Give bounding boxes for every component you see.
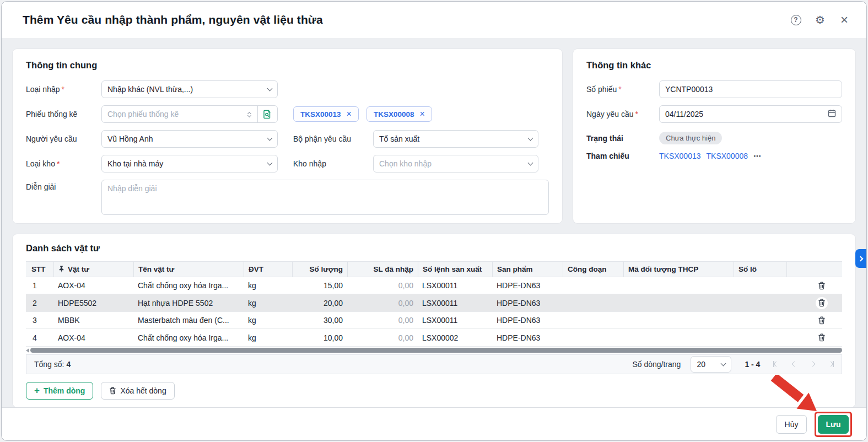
field-row-import-type: Loại nhập* Nhập khác (NVL thừa,...)	[26, 80, 549, 98]
cell-stt: 4	[26, 333, 53, 342]
description-textarea[interactable]: Nhập diễn giải	[101, 180, 549, 215]
col-stt: STT	[26, 262, 53, 277]
import-type-value: Nhập khác (NVL thừa,...)	[107, 85, 193, 94]
cell-actions	[786, 314, 842, 326]
delete-row-icon[interactable]	[816, 279, 828, 292]
cell-order: LSX00011	[418, 299, 492, 308]
reference-link-1[interactable]: TKSX00013	[659, 152, 701, 160]
gear-icon[interactable]: ⚙	[813, 13, 827, 26]
screen: Thêm Yêu cầu nhập thành phẩm, nguyên vật…	[0, 0, 868, 442]
warehouse-type-select[interactable]: Kho tại nhà máy	[101, 155, 278, 173]
col-so-luong: Số lượng	[292, 262, 347, 277]
cell-code: MBBK	[53, 316, 133, 325]
cell-product: HDPE-DN63	[492, 333, 563, 342]
required-marker: *	[57, 159, 60, 168]
stepper-icon[interactable]	[248, 111, 251, 117]
prev-page-icon[interactable]	[792, 362, 796, 366]
materials-table-header: STT Vật tư Tên vật tư ĐVT Số lượng SL đã…	[26, 261, 842, 277]
page-title: Thêm Yêu cầu nhập thành phẩm, nguyên vật…	[23, 13, 323, 26]
references-label: Tham chiếu	[586, 152, 659, 160]
description-label: Diễn giải	[26, 180, 101, 191]
lookup-document-icon[interactable]	[257, 106, 277, 122]
delete-row-icon[interactable]	[816, 297, 828, 309]
plus-icon: +	[34, 385, 40, 396]
other-info-card: Thông tin khác Số phiếu* YCNTP00013 Ngày…	[573, 49, 855, 223]
table-row[interactable]: 3 MBBK Masterbatch màu đen (C... kg 30,0…	[26, 312, 842, 330]
dialog-header: Thêm Yêu cầu nhập thành phẩm, nguyên vật…	[2, 2, 866, 38]
close-icon[interactable]: ×	[838, 13, 851, 26]
rows-per-page-select[interactable]: 20	[691, 356, 731, 373]
import-type-select[interactable]: Nhập khác (NVL thừa,...)	[101, 80, 278, 98]
field-row-status: Trạng thái Chưa thực hiện	[586, 132, 842, 144]
table-row-selected[interactable]: 2 HDPE5502 Hạt nhựa HDPE 5502 kg 20,00 0…	[26, 294, 842, 312]
chevron-down-icon	[528, 136, 533, 141]
total-count: Tổng số:4	[34, 360, 71, 369]
scrollbar-thumb[interactable]	[30, 348, 842, 353]
materials-card: Danh sách vật tư STT Vật tư Tên vật tư Đ…	[13, 234, 855, 407]
last-page-icon[interactable]	[829, 361, 834, 367]
total-value: 4	[66, 360, 71, 369]
cell-actions	[786, 332, 842, 344]
chevron-down-icon	[267, 160, 273, 166]
field-row-references: Tham chiếu TKSX00013 TKSX00008 ⋯	[586, 152, 842, 160]
request-department-select[interactable]: Tổ sản xuất	[373, 130, 538, 148]
request-date-input[interactable]: 04/11/2025	[659, 105, 842, 123]
header-icons: ? ⚙ ×	[789, 13, 851, 26]
tag-close-icon[interactable]: ×	[347, 109, 352, 119]
status-label: Trạng thái	[586, 134, 659, 143]
import-warehouse-placeholder: Chọn kho nhập	[379, 159, 432, 168]
field-row-request-date: Ngày yêu cầu* 04/11/2025	[586, 105, 842, 123]
statistic-slip-placeholder: Chọn phiếu thống kê	[107, 110, 179, 118]
warehouse-type-label: Loại kho*	[26, 159, 101, 168]
tag-close-icon[interactable]: ×	[419, 109, 424, 119]
col-ten-vat-tu: Tên vật tư	[133, 262, 244, 277]
first-page-icon[interactable]	[773, 361, 778, 367]
more-references-icon[interactable]: ⋯	[753, 152, 762, 160]
document-number-input[interactable]: YCNTP00013	[659, 80, 842, 98]
cell-stt: 2	[26, 299, 53, 308]
status-badge: Chưa thực hiện	[659, 132, 722, 144]
calendar-icon[interactable]	[828, 109, 836, 119]
add-row-button[interactable]: + Thêm dòng	[26, 382, 93, 400]
general-info-card: Thông tin chung Loại nhập* Nhập khác (NV…	[13, 49, 562, 223]
cell-name: Chất chống oxy hóa Irga...	[133, 281, 244, 290]
requester-label: Người yêu cầu	[26, 134, 101, 143]
import-type-label: Loại nhập*	[26, 85, 101, 94]
dialog-body: Thông tin chung Loại nhập* Nhập khác (NV…	[2, 38, 866, 407]
cell-product: HDPE-DN63	[492, 299, 563, 308]
import-warehouse-select[interactable]: Chọn kho nhập	[373, 155, 538, 173]
materials-title: Danh sách vật tư	[26, 243, 842, 254]
help-icon[interactable]: ?	[789, 13, 802, 26]
chevron-right-icon	[858, 256, 863, 261]
delete-row-icon[interactable]	[816, 332, 828, 344]
table-row[interactable]: 1 AOX-04 Chất chống oxy hóa Irga... kg 1…	[26, 277, 842, 295]
delete-row-icon[interactable]	[816, 314, 828, 326]
cancel-button[interactable]: Hủy	[776, 415, 807, 434]
next-page-icon[interactable]	[811, 362, 815, 366]
page-range: 1 - 4	[745, 360, 760, 369]
cell-order: LSX00011	[418, 281, 492, 290]
tag-tksx00008[interactable]: TKSX00008 ×	[366, 106, 432, 122]
requester-value: Vũ Hồng Anh	[107, 134, 153, 143]
pager-controls	[773, 361, 834, 367]
tag-label: TKSX00008	[374, 110, 414, 118]
cell-product: HDPE-DN63	[492, 281, 563, 290]
horizontal-scrollbar[interactable]	[26, 348, 842, 353]
requester-select[interactable]: Vũ Hồng Anh	[101, 130, 278, 148]
cell-name: Hạt nhựa HDPE 5502	[133, 299, 244, 308]
col-sl-da-nhap: SL đã nhập	[347, 262, 418, 277]
statistic-slip-combobox[interactable]: Chọn phiếu thống kê	[101, 105, 278, 123]
annotation-highlight-box: Lưu	[815, 412, 852, 437]
scroll-left-icon[interactable]	[26, 348, 29, 353]
tag-tksx00013[interactable]: TKSX00013 ×	[293, 106, 359, 122]
cell-order: LSX00002	[418, 333, 492, 342]
cell-received: 0,00	[347, 333, 418, 342]
save-button[interactable]: Lưu	[818, 415, 849, 434]
cell-qty: 15,00	[292, 281, 347, 290]
expand-panel-handle[interactable]	[855, 249, 866, 268]
statistic-slip-input[interactable]: Chọn phiếu thống kê	[102, 106, 257, 122]
clear-rows-button[interactable]: Xóa hết dòng	[101, 382, 174, 400]
reference-link-2[interactable]: TKSX00008	[707, 152, 748, 160]
cell-received: 0,00	[347, 281, 418, 290]
table-row[interactable]: 4 AOX-04 Chất chống oxy hóa Irga... kg 1…	[26, 329, 842, 347]
